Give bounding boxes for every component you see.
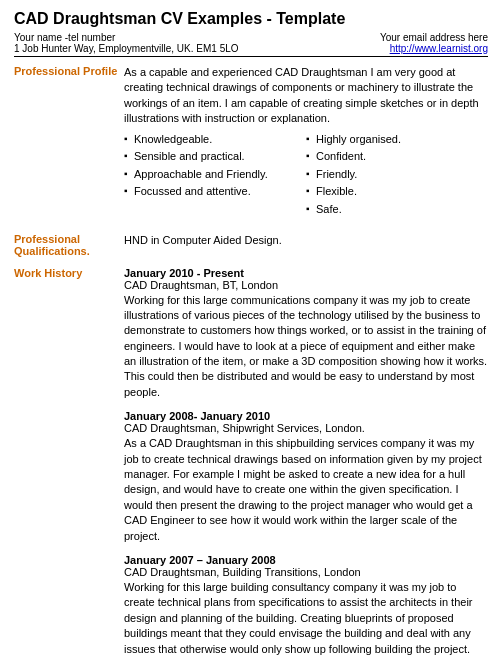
job-company: CAD Draughtsman, Building Transitions, L… (124, 566, 488, 578)
bullet-item-left: Sensible and practical. (124, 148, 306, 166)
job-description: Working for this large communications co… (124, 293, 488, 401)
bullet-columns: Knowledgeable.Sensible and practical.App… (124, 131, 488, 219)
profile-intro: As a capable and experienced CAD Draught… (124, 65, 488, 127)
job-company: CAD Draughtsman, BT, London (124, 279, 488, 291)
bullet-item-right: Friendly. (306, 166, 488, 184)
job-entry: January 2010 - PresentCAD Draughtsman, B… (124, 267, 488, 401)
page-container: CAD Draughtsman CV Examples - Template Y… (14, 10, 488, 670)
job-date: January 2010 - Present (124, 267, 488, 279)
work-history-section: Work History January 2010 - PresentCAD D… (14, 267, 488, 667)
website-link[interactable]: http://www.learnist.org (390, 43, 488, 54)
job-date: January 2008- January 2010 (124, 410, 488, 422)
job-entry: January 2008- January 2010CAD Draughtsma… (124, 410, 488, 544)
header-divider (14, 56, 488, 57)
job-date: January 2007 – January 2008 (124, 554, 488, 566)
bullet-col-left: Knowledgeable.Sensible and practical.App… (124, 131, 306, 219)
header-name-tel: Your name -tel number 1 Job Hunter Way, … (14, 32, 239, 54)
bullet-item-left: Approachable and Friendly. (124, 166, 306, 184)
bullet-col-right: Highly organised.Confident.Friendly.Flex… (306, 131, 488, 219)
bullets-right: Highly organised.Confident.Friendly.Flex… (306, 131, 488, 219)
qualifications-content: HND in Computer Aided Design. (124, 233, 488, 257)
bullet-item-right: Flexible. (306, 183, 488, 201)
work-history-label: Work History (14, 267, 124, 667)
job-description: Working for this large building consulta… (124, 580, 488, 657)
professional-profile-section: Professional Profile As a capable and ex… (14, 65, 488, 223)
professional-profile-content: As a capable and experienced CAD Draught… (124, 65, 488, 223)
job-company: CAD Draughtsman, Shipwright Services, Lo… (124, 422, 488, 434)
bullet-item-left: Knowledgeable. (124, 131, 306, 149)
bullet-item-left: Focussed and attentive. (124, 183, 306, 201)
bullet-item-right: Confident. (306, 148, 488, 166)
header-contact: Your email address here http://www.learn… (380, 32, 488, 54)
job-entry: January 2007 – January 2008CAD Draughtsm… (124, 554, 488, 657)
bullet-item-right: Highly organised. (306, 131, 488, 149)
bullet-item-right: Safe. (306, 201, 488, 219)
job-description: As a CAD Draughtsman in this shipbuildin… (124, 436, 488, 544)
page-title: CAD Draughtsman CV Examples - Template (14, 10, 488, 28)
qualifications-section: Professional Qualifications. HND in Comp… (14, 233, 488, 257)
professional-profile-label: Professional Profile (14, 65, 124, 223)
qualifications-label: Professional Qualifications. (14, 233, 124, 257)
work-history-content: January 2010 - PresentCAD Draughtsman, B… (124, 267, 488, 667)
bullets-left: Knowledgeable.Sensible and practical.App… (124, 131, 306, 201)
